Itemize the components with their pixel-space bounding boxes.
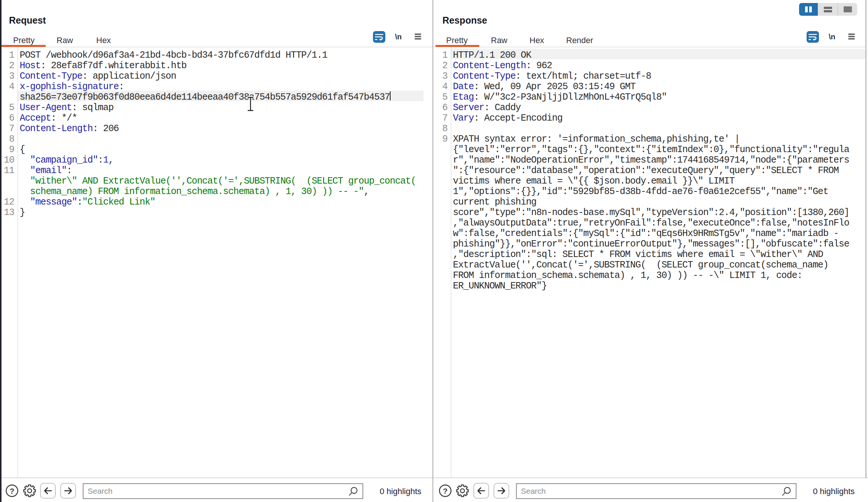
svg-text:?: ? (10, 487, 15, 495)
svg-text:?: ? (443, 487, 448, 495)
